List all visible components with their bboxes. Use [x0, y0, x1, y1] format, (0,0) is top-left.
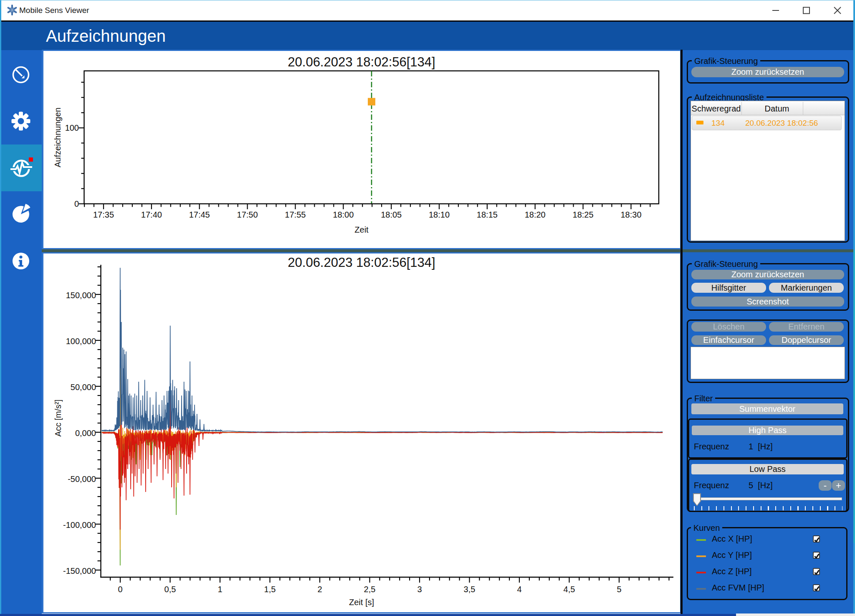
svg-text:17:45: 17:45	[189, 210, 210, 219]
svg-text:20.06.2023 18:02:56[134]: 20.06.2023 18:02:56[134]	[288, 55, 435, 69]
svg-text:17:40: 17:40	[141, 210, 162, 219]
svg-text:1,5: 1,5	[264, 585, 276, 594]
svg-text:Acc [m/s²]: Acc [m/s²]	[53, 400, 63, 437]
svg-text:150,000: 150,000	[66, 291, 96, 300]
svg-text:100: 100	[65, 123, 79, 132]
svg-text:4: 4	[517, 585, 521, 594]
svg-text:17:35: 17:35	[93, 210, 114, 219]
svg-text:100,000: 100,000	[66, 337, 96, 346]
svg-text:-100,000: -100,000	[63, 520, 96, 530]
svg-text:1: 1	[218, 585, 222, 594]
svg-text:18:10: 18:10	[429, 210, 450, 219]
svg-text:Aufzeichnungen: Aufzeichnungen	[53, 107, 62, 167]
svg-text:0: 0	[118, 585, 122, 594]
svg-text:50,000: 50,000	[71, 383, 96, 392]
svg-text:18:15: 18:15	[477, 210, 498, 219]
svg-text:Zeit [s]: Zeit [s]	[349, 598, 374, 607]
svg-text:18:00: 18:00	[333, 210, 354, 219]
svg-text:2: 2	[317, 585, 322, 594]
svg-text:17:55: 17:55	[285, 210, 306, 219]
svg-text:18:05: 18:05	[381, 210, 402, 219]
svg-text:0,5: 0,5	[164, 585, 176, 594]
svg-text:17:50: 17:50	[237, 210, 258, 219]
svg-text:-150,000: -150,000	[63, 566, 96, 575]
svg-text:18:20: 18:20	[525, 210, 546, 219]
svg-text:2,5: 2,5	[364, 585, 376, 594]
svg-text:4,5: 4,5	[564, 585, 575, 594]
svg-text:5: 5	[617, 585, 621, 594]
svg-text:Zeit: Zeit	[354, 225, 369, 234]
svg-text:0: 0	[74, 199, 79, 208]
svg-text:-50,000: -50,000	[68, 474, 96, 484]
svg-text:20.06.2023 18:02:56[134]: 20.06.2023 18:02:56[134]	[288, 255, 435, 270]
svg-text:3: 3	[417, 585, 422, 594]
svg-text:18:25: 18:25	[573, 210, 594, 219]
svg-text:18:30: 18:30	[620, 210, 641, 219]
svg-text:0,000: 0,000	[75, 428, 96, 438]
svg-text:3,5: 3,5	[464, 585, 476, 594]
